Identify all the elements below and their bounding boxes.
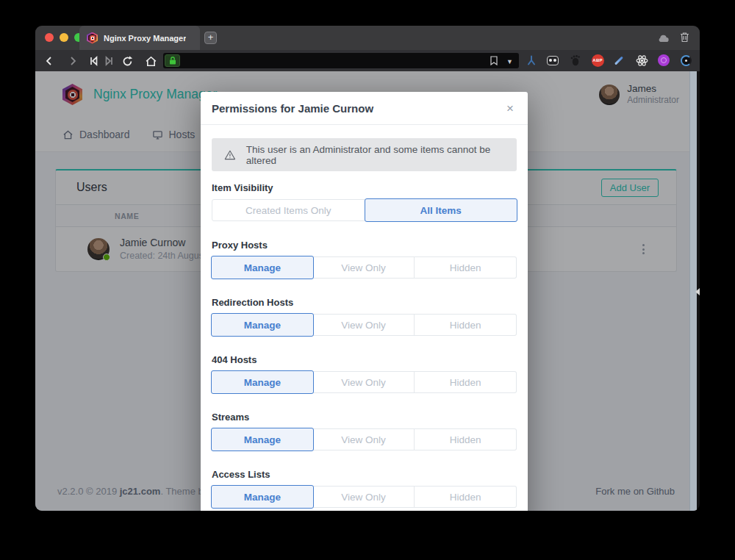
goggles-extension-icon[interactable]: [546, 54, 559, 67]
permission-group: 404 HostsManageView OnlyHidden: [212, 354, 517, 393]
blue-fork-extension-icon[interactable]: [525, 54, 538, 67]
browser-tab-bar: Nginx Proxy Manager +: [35, 26, 700, 50]
gnome-foot-extension-icon[interactable]: [568, 54, 581, 67]
permissions-modal: Permissions for Jamie Curnow × This user…: [201, 92, 528, 511]
permission-group: Access ListsManageView OnlyHidden: [212, 469, 517, 508]
fast-forward-button[interactable]: [103, 54, 116, 68]
forward-button[interactable]: [66, 54, 79, 68]
permission-group-label: Access Lists: [212, 469, 517, 481]
close-icon[interactable]: ×: [503, 101, 517, 116]
warning-triangle-icon: [224, 149, 236, 161]
admin-warning-alert: This user is an Administrator and some i…: [212, 138, 517, 171]
segmented-control: ManageView OnlyHidden: [212, 428, 517, 450]
permission-option-button[interactable]: View Only: [313, 314, 415, 336]
permission-group-label: 404 Hosts: [212, 354, 517, 366]
permission-option-button[interactable]: Manage: [211, 428, 314, 451]
web-page: Nginx Proxy Manager James Administrator …: [35, 71, 697, 511]
rewind-button[interactable]: [87, 54, 100, 68]
panel-toggle-arrow-icon[interactable]: [695, 288, 700, 295]
https-lock-icon[interactable]: [165, 54, 180, 67]
pen-extension-icon[interactable]: [612, 54, 625, 67]
permission-group: Proxy HostsManageView OnlyHidden: [212, 240, 517, 279]
permission-option-button[interactable]: Hidden: [415, 428, 517, 450]
permission-group-label: Streams: [212, 412, 517, 423]
browser-tab[interactable]: Nginx Proxy Manager: [79, 26, 200, 50]
permission-option-button[interactable]: Hidden: [415, 314, 517, 336]
close-window-button[interactable]: [45, 33, 54, 42]
adblock-plus-extension-icon[interactable]: ABP: [591, 54, 604, 67]
permission-group-label: Proxy Hosts: [212, 240, 517, 251]
new-tab-button[interactable]: +: [204, 32, 217, 44]
trash-icon[interactable]: [680, 32, 689, 46]
window-controls: [45, 33, 83, 42]
permission-option-button[interactable]: View Only: [313, 486, 415, 508]
minimize-window-button[interactable]: [60, 33, 68, 42]
permission-option-button[interactable]: Hidden: [415, 371, 517, 393]
permission-option-button[interactable]: Hidden: [415, 256, 517, 279]
permission-group: Redirection HostsManageView OnlyHidden: [212, 297, 517, 336]
modal-title: Permissions for Jamie Curnow: [212, 102, 373, 115]
permission-option-button[interactable]: View Only: [313, 256, 415, 279]
permission-group-label: Item Visibility: [212, 182, 517, 194]
segmented-control: ManageView OnlyHidden: [212, 371, 517, 393]
browser-toolbar: ▼ ABP: [35, 50, 700, 71]
gauge-lock-extension-icon[interactable]: [679, 54, 692, 67]
npm-favicon: [87, 32, 98, 44]
segmented-control: ManageView OnlyHidden: [212, 486, 517, 508]
permission-option-button[interactable]: Manage: [211, 370, 314, 394]
permission-groups: Item VisibilityCreated Items OnlyAll Ite…: [212, 182, 517, 508]
alert-text: This user is an Administrator and some i…: [246, 144, 504, 166]
atom-extension-icon[interactable]: [635, 54, 648, 67]
bookmark-flag-icon[interactable]: [490, 55, 498, 68]
browser-window: Nginx Proxy Manager +: [35, 26, 700, 511]
permission-option-button[interactable]: Created Items Only: [212, 199, 365, 221]
permission-option-button[interactable]: Manage: [211, 313, 314, 337]
reload-button[interactable]: [121, 54, 134, 68]
permission-group: Item VisibilityCreated Items OnlyAll Ite…: [212, 182, 517, 221]
permission-option-button[interactable]: Manage: [211, 256, 314, 279]
permission-group-label: Redirection Hosts: [212, 297, 517, 309]
permission-option-button[interactable]: Hidden: [415, 486, 517, 508]
permission-option-button[interactable]: All Items: [365, 198, 518, 222]
segmented-control: ManageView OnlyHidden: [212, 256, 517, 279]
purple-circle-extension-icon[interactable]: [657, 54, 670, 67]
home-button[interactable]: [144, 54, 157, 68]
address-bar[interactable]: ▼: [163, 53, 519, 68]
permission-group: StreamsManageView OnlyHidden: [212, 412, 517, 450]
bookmark-dropdown-icon[interactable]: ▼: [506, 58, 513, 65]
permission-option-button[interactable]: Manage: [211, 485, 314, 509]
permission-option-button[interactable]: View Only: [313, 428, 415, 450]
segmented-control: Created Items OnlyAll Items: [212, 199, 517, 221]
permission-option-button[interactable]: View Only: [313, 371, 415, 393]
sync-cloud-icon[interactable]: [657, 32, 670, 46]
segmented-control: ManageView OnlyHidden: [212, 314, 517, 336]
back-button[interactable]: [43, 54, 56, 68]
tab-title: Nginx Proxy Manager: [104, 34, 186, 43]
